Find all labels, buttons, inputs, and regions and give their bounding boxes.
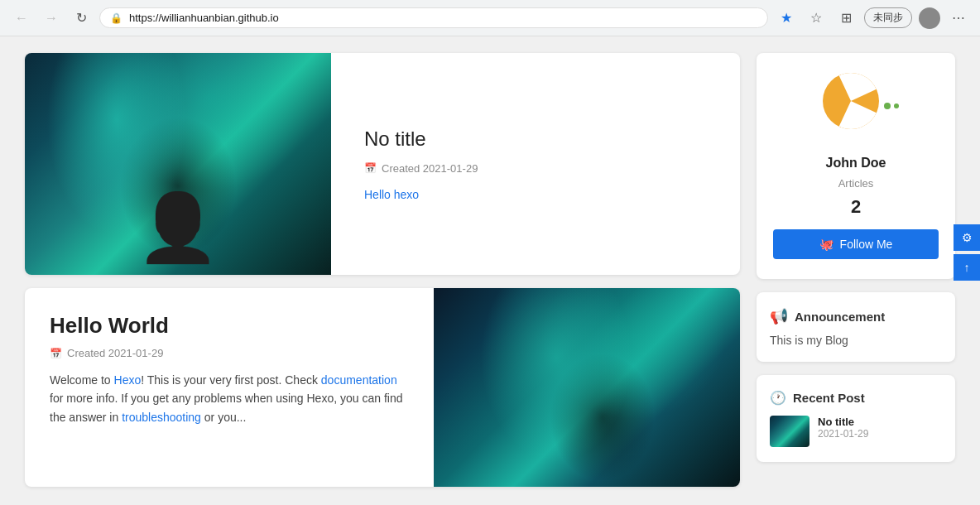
history-icon: 🕐 xyxy=(770,390,786,406)
announcement-header: 📢 Announcement xyxy=(770,307,942,325)
smoke-photo-2 xyxy=(434,288,740,487)
post-image-2 xyxy=(434,288,740,487)
pacman-dots xyxy=(884,103,899,109)
calendar-icon-1: 📅 xyxy=(364,162,377,174)
back-button[interactable]: ← xyxy=(10,7,33,30)
calendar-icon-2: 📅 xyxy=(50,348,62,359)
articles-label: Articles xyxy=(838,177,874,190)
sidebar: John Doe Articles 2 🐙 Follow Me 📢 Announ… xyxy=(757,53,955,487)
post-text-2: Welcome to Hexo! This is your very first… xyxy=(50,371,409,426)
pacman-mouth-bottom xyxy=(839,101,877,129)
lock-icon: 🔒 xyxy=(110,12,122,24)
post-date-1: Created 2021-01-29 xyxy=(382,162,478,175)
announcement-text: This is my Blog xyxy=(770,334,942,347)
wallet-button[interactable]: ⊞ xyxy=(834,7,858,30)
post-card-1: No title 📅 Created 2021-01-29 Hello hexo xyxy=(25,53,740,275)
follow-button[interactable]: 🐙 Follow Me xyxy=(773,229,939,259)
settings-floating-button[interactable]: ⚙ xyxy=(954,224,980,251)
bookmark-button[interactable]: ★ xyxy=(775,7,798,30)
smoke-photo-1 xyxy=(25,53,331,275)
pacman-avatar xyxy=(823,73,879,129)
forward-button[interactable]: → xyxy=(40,7,63,30)
profile-avatar[interactable] xyxy=(919,7,940,29)
recent-item-info: No title 2021-01-29 xyxy=(818,416,868,440)
docs-link[interactable]: documentation xyxy=(321,373,397,387)
more-button[interactable]: ⋯ xyxy=(947,7,970,30)
main-area: No title 📅 Created 2021-01-29 Hello hexo… xyxy=(25,53,740,487)
profile-name: John Doe xyxy=(826,156,886,171)
recent-item[interactable]: No title 2021-01-29 xyxy=(770,416,942,447)
avatar-container xyxy=(823,73,889,139)
recent-item-date: 2021-01-29 xyxy=(818,428,868,440)
page-content: No title 📅 Created 2021-01-29 Hello hexo… xyxy=(0,36,980,503)
announcement-title: Announcement xyxy=(795,310,885,324)
floating-buttons: ⚙ ↑ xyxy=(954,224,980,281)
refresh-button[interactable]: ↻ xyxy=(70,7,93,30)
profile-card: John Doe Articles 2 🐙 Follow Me xyxy=(757,53,955,279)
url-text: https://willianhuanbian.github.io xyxy=(129,12,757,24)
pacman-dot-2 xyxy=(894,103,899,108)
browser-actions: ★ ☆ ⊞ 未同步 ⋯ xyxy=(775,7,970,30)
post-body-2: Hello World 📅 Created 2021-01-29 Welcome… xyxy=(25,288,434,487)
pacman-mouth-top xyxy=(839,73,877,101)
sync-button[interactable]: 未同步 xyxy=(864,7,912,28)
post-date-2: Created 2021-01-29 xyxy=(67,347,163,359)
pacman-dot-1 xyxy=(884,103,891,109)
trouble-link[interactable]: troubleshooting xyxy=(122,411,201,424)
follow-label: Follow Me xyxy=(840,238,893,251)
megaphone-icon: 📢 xyxy=(770,307,788,325)
browser-chrome: ← → ↻ 🔒 https://willianhuanbian.github.i… xyxy=(0,0,980,36)
post-meta-2: 📅 Created 2021-01-29 xyxy=(50,347,409,359)
post-body-1: No title 📅 Created 2021-01-29 Hello hexo xyxy=(331,53,740,275)
post-title-1: No title xyxy=(364,127,707,151)
address-bar[interactable]: 🔒 https://willianhuanbian.github.io xyxy=(99,7,768,28)
recent-thumb xyxy=(770,416,809,447)
post-image-1 xyxy=(25,53,331,275)
recent-header: 🕐 Recent Post xyxy=(770,390,942,406)
hexo-link[interactable]: Hexo xyxy=(114,373,142,387)
scroll-top-button[interactable]: ↑ xyxy=(954,254,980,281)
announcement-card: 📢 Announcement This is my Blog xyxy=(757,292,955,362)
post-title-2: Hello World xyxy=(50,313,409,339)
recent-post-card: 🕐 Recent Post No title 2021-01-29 xyxy=(757,375,955,462)
recent-title: Recent Post xyxy=(793,391,865,405)
github-icon: 🐙 xyxy=(819,238,833,251)
articles-count: 2 xyxy=(851,196,861,218)
post-excerpt-1[interactable]: Hello hexo xyxy=(364,188,707,201)
collections-button[interactable]: ☆ xyxy=(805,7,828,30)
post-meta-1: 📅 Created 2021-01-29 xyxy=(364,162,707,175)
recent-item-title: No title xyxy=(818,416,868,428)
post-card-2: Hello World 📅 Created 2021-01-29 Welcome… xyxy=(25,288,740,487)
